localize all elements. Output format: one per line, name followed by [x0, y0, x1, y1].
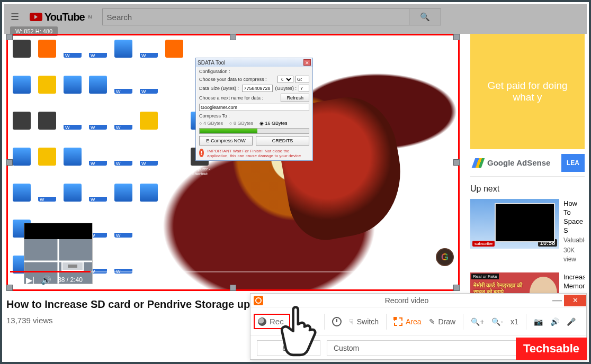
desktop-icon[interactable]: tag mag: [137, 40, 160, 74]
sdata-credits-button[interactable]: CREDITS: [256, 136, 309, 145]
miniplayer-icon[interactable]: ▭: [415, 275, 423, 285]
ice-close-button[interactable]: ✕: [564, 295, 586, 306]
ice-zoom-in-button[interactable]: 🔍+: [471, 317, 484, 326]
sdata-name-input[interactable]: [199, 104, 309, 111]
ice-webcam-button[interactable]: 📷: [534, 317, 543, 326]
desktop-icon[interactable]: new template: [112, 148, 135, 181]
sdata-drive-select[interactable]: G:\: [277, 76, 293, 83]
resize-handle-ne[interactable]: [453, 34, 460, 40]
desktop-icon[interactable]: Recycle Bin: [10, 40, 33, 74]
ice-timer-button[interactable]: [332, 317, 342, 326]
resize-handle-w[interactable]: [6, 159, 13, 166]
desktop-icon[interactable]: GOOGLEAR...: [35, 148, 59, 181]
desktop-icon[interactable]: Malwareby... Anti-Malw...: [10, 184, 33, 217]
sdata-gb-input[interactable]: [299, 85, 309, 92]
ice-area-button[interactable]: Area: [394, 317, 422, 326]
google-logo-icon: [472, 158, 485, 168]
video-views: 13,739 views: [6, 316, 53, 325]
settings-icon[interactable]: ⚙: [401, 275, 409, 285]
resize-handle-nw[interactable]: [6, 34, 13, 40]
volume-icon[interactable]: 🔊: [41, 275, 51, 285]
desktop-icon[interactable]: Lenovo Easyplu...: [112, 40, 135, 74]
video-player[interactable]: Recycle BinUC Browserblog post ideasFix …: [6, 34, 460, 291]
desktop-icon[interactable]: BSR Screen Recorder 6: [61, 148, 84, 181]
sdata-titlebar[interactable]: SDATA Tool ✕: [196, 58, 312, 67]
desktop-icon[interactable]: Dell Wireless 1707 Blueto...: [61, 184, 84, 217]
desktop-icon[interactable]: [137, 220, 160, 253]
fullscreen-icon[interactable]: ⛶: [444, 275, 453, 285]
ad-cta-button[interactable]: LEA: [561, 154, 585, 172]
desktop-icon[interactable]: WinMend Folder ...: [137, 112, 160, 145]
ice-minimize-button[interactable]: —: [550, 295, 564, 306]
reco-item-1[interactable]: subscribe deekbos 10:58 How To Space S V…: [470, 199, 585, 264]
desktop-icon[interactable]: MMX377G 3G USB ...: [10, 112, 33, 145]
pointer-down-icon: ☟: [349, 317, 354, 326]
youtube-logo[interactable]: YouTube IN: [30, 11, 92, 23]
search-input[interactable]: [102, 8, 409, 25]
sdata-refresh-button[interactable]: Refresh: [281, 94, 309, 102]
cc-button[interactable]: CC: [385, 277, 395, 283]
desktop-icon[interactable]: [163, 220, 186, 253]
adsense-label: Google AdSense: [487, 158, 550, 167]
resize-handle-n[interactable]: [230, 34, 236, 40]
desktop-icon[interactable]: new 2: [112, 76, 135, 110]
sdata-radio-16gb[interactable]: ◉ 16 GBytes: [259, 121, 288, 126]
ice-zoom-out-button[interactable]: 🔍-: [491, 317, 503, 326]
desktop-icon[interactable]: Mobirise: [10, 148, 33, 181]
desktop-icon[interactable]: Bluetooth Network C...: [86, 76, 110, 110]
desktop-icon[interactable]: [163, 76, 186, 110]
desktop-icon[interactable]: Icecream Screen ...: [163, 40, 186, 74]
desktop-icon[interactable]: gggggggg...: [137, 148, 160, 181]
sdata-gb-label: (GBytes) :: [275, 86, 297, 91]
next-button[interactable]: ▶|: [26, 275, 34, 285]
resize-handle-e[interactable]: [453, 159, 460, 166]
ice-width-field[interactable]: 852: [257, 340, 320, 356]
desktop-icon[interactable]: change colour cmd: [61, 112, 84, 145]
desktop-icon[interactable]: Paint: [112, 184, 135, 217]
play-button[interactable]: ▶: [13, 275, 20, 285]
channel-watermark[interactable]: G: [437, 249, 453, 265]
desktop-icon[interactable]: Intel® HD Graphic...: [10, 76, 33, 110]
desktop-icon[interactable]: [163, 112, 186, 145]
sdata-drive-out[interactable]: [296, 76, 309, 83]
sdata-size-input[interactable]: [242, 85, 273, 92]
desktop-icon[interactable]: Fix all pc issues in ju...: [86, 40, 110, 74]
desktop-icon[interactable]: [163, 148, 186, 181]
desktop-icon[interactable]: 6uEGwi4q...: [35, 76, 59, 110]
ice-rec-button[interactable]: Rec: [254, 314, 290, 329]
hamburger-icon[interactable]: ☰: [11, 11, 19, 23]
desktop-icon[interactable]: How to Convert yo...: [86, 148, 110, 181]
desktop-icon[interactable]: 18sept: [35, 184, 59, 217]
desktop-icon[interactable]: [188, 220, 211, 253]
area-icon: [394, 317, 402, 326]
desktop-icon[interactable]: new 5: [112, 112, 135, 145]
ice-titlebar[interactable]: Record video — ✕: [250, 294, 586, 307]
sdata-close-button[interactable]: ✕: [303, 59, 311, 66]
desktop-icon[interactable]: blog post ideas: [61, 40, 84, 74]
ice-mic-button[interactable]: 🎤: [567, 317, 576, 326]
desktop-icon[interactable]: ice_video_2...: [137, 184, 160, 217]
adsense-card[interactable]: Google AdSense LEA: [470, 149, 585, 177]
sdata-radio-8gb[interactable]: ○ 8 GBytes: [229, 121, 253, 126]
desktop-icon[interactable]: CCleaner: [35, 112, 59, 145]
desktop-icon[interactable]: sitemap: [112, 220, 135, 253]
ice-audio-button[interactable]: 🔊: [550, 317, 559, 326]
desktop-icon[interactable]: UC Browser: [35, 40, 59, 74]
zoom-in-icon: 🔍+: [471, 317, 484, 326]
desktop-icon[interactable]: HEADER DESIGN ...: [86, 112, 110, 145]
ice-switch-button[interactable]: ☟Switch: [349, 317, 379, 326]
desktop-icon[interactable]: [188, 184, 211, 217]
theater-icon[interactable]: ▬: [429, 275, 438, 285]
sdata-tool-dialog[interactable]: SDATA Tool ✕ Configuration : Choose your…: [195, 58, 313, 161]
desktop-icon[interactable]: Bluetooth Network C...: [61, 76, 84, 110]
ice-draw-button[interactable]: ✎Draw: [429, 317, 456, 326]
ice-zoom-label: x1: [511, 317, 518, 326]
display-ad[interactable]: Get paid for doing what y: [470, 34, 585, 149]
desktop-icon[interactable]: template-2...: [137, 76, 160, 110]
desktop-icon[interactable]: [163, 184, 186, 217]
ice-rec-label: Rec: [270, 317, 284, 326]
search-button[interactable]: 🔍: [409, 8, 441, 25]
desktop-icon[interactable]: How to Make Free Call us...: [86, 184, 110, 217]
sdata-ecompress-button[interactable]: E-Compress NOW: [199, 136, 253, 145]
sdata-radio-4gb[interactable]: ○ 4 GBytes: [199, 121, 223, 126]
